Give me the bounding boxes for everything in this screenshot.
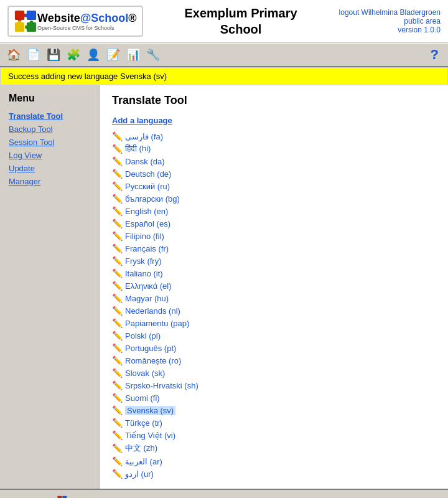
edit-language-icon[interactable]: ✏️: [112, 131, 123, 141]
sidebar-item-log-view[interactable]: Log View: [9, 151, 90, 160]
language-link[interactable]: Românește (ro): [125, 356, 181, 365]
edit-language-icon[interactable]: ✏️: [112, 169, 123, 179]
sidebar-item-backup-tool[interactable]: Backup Tool: [9, 125, 90, 134]
language-link[interactable]: हिंदी (hi): [125, 144, 151, 154]
edit-language-icon[interactable]: ✏️: [112, 368, 123, 378]
page-title: Translate Tool: [112, 94, 436, 107]
list-item: ✏️Svenska (sv): [112, 404, 436, 416]
edit-language-icon[interactable]: ✏️: [112, 194, 123, 204]
edit-language-icon[interactable]: ✏️: [112, 144, 123, 154]
language-link[interactable]: English (en): [125, 207, 168, 216]
list-item: ✏️Português (pt): [112, 342, 436, 354]
save-icon[interactable]: 💾: [45, 46, 62, 63]
language-link[interactable]: Suomi (fi): [125, 393, 160, 403]
language-link[interactable]: 中文 (zh): [125, 443, 157, 454]
edit-language-icon[interactable]: ✏️: [112, 456, 123, 466]
edit-language-icon[interactable]: ✏️: [112, 231, 123, 241]
sidebar-item-translate-tool[interactable]: Translate Tool: [9, 111, 90, 121]
edit-language-icon[interactable]: ✏️: [112, 293, 123, 303]
edit-language-icon[interactable]: ✏️: [112, 281, 123, 291]
list-item: ✏️Nederlands (nl): [112, 304, 436, 317]
language-link[interactable]: Slovak (sk): [125, 369, 165, 378]
list-item: ✏️Polski (pl): [112, 329, 436, 342]
edit-language-icon[interactable]: ✏️: [112, 181, 123, 191]
language-link[interactable]: Türkçe (tr): [125, 418, 162, 428]
list-item: ✏️Srpsko-Hrvatski (sh): [112, 379, 436, 392]
language-link[interactable]: Papiamentu (pap): [125, 319, 189, 328]
puzzle-icon[interactable]: 🧩: [65, 46, 82, 63]
language-link[interactable]: български (bg): [125, 194, 180, 204]
language-link[interactable]: Español (es): [125, 219, 170, 228]
language-link[interactable]: Português (pt): [125, 344, 176, 353]
language-link[interactable]: Svenska (sv): [125, 406, 175, 415]
logout-link[interactable]: logout Wilhelmina Bladergroen: [339, 8, 441, 17]
edit-language-icon[interactable]: ✏️: [112, 306, 123, 316]
edit-language-icon[interactable]: ✏️: [112, 268, 123, 278]
edit-icon[interactable]: 📝: [105, 46, 122, 63]
language-link[interactable]: Dansk (da): [125, 157, 165, 166]
list-item: ✏️Slovak (sk): [112, 367, 436, 379]
language-link[interactable]: Italiano (it): [125, 269, 163, 278]
list-item: ✏️हिंदी (hi): [112, 143, 436, 155]
sidebar-item-update[interactable]: Update: [9, 164, 90, 173]
edit-language-icon[interactable]: ✏️: [112, 405, 123, 415]
language-list: ✏️فارسی (fa)✏️हिंदी (hi)✏️Dansk (da)✏️De…: [112, 130, 436, 480]
edit-language-icon[interactable]: ✏️: [112, 318, 123, 328]
list-item: ✏️Filipino (fil): [112, 230, 436, 242]
language-link[interactable]: Srpsko-Hrvatski (sh): [125, 381, 198, 390]
edit-language-icon[interactable]: ✏️: [112, 256, 123, 266]
edit-language-icon[interactable]: ✏️: [112, 430, 123, 440]
list-item: ✏️Türkçe (tr): [112, 416, 436, 429]
list-item: ✏️Suomi (fi): [112, 392, 436, 404]
edit-language-icon[interactable]: ✏️: [112, 469, 123, 479]
chart-icon[interactable]: 📊: [124, 46, 142, 63]
logo-website: Website: [37, 12, 80, 24]
language-link[interactable]: Polski (pl): [125, 331, 161, 341]
tools-icon[interactable]: 🔧: [144, 46, 162, 63]
edit-language-icon[interactable]: ✏️: [112, 218, 123, 228]
toolbar: 🏠 📄 💾 🧩 👤 📝 📊 🔧 ?: [0, 43, 448, 67]
add-language-link[interactable]: Add a language: [112, 116, 436, 125]
edit-language-icon[interactable]: ✏️: [112, 331, 123, 341]
edit-language-icon[interactable]: ✏️: [112, 355, 123, 365]
list-item: ✏️Italiano (it): [112, 267, 436, 280]
list-item: ✏️العربية (ar): [112, 455, 436, 467]
language-link[interactable]: Nederlands (nl): [125, 306, 180, 316]
page-icon[interactable]: 📄: [25, 46, 42, 63]
edit-language-icon[interactable]: ✏️: [112, 393, 123, 403]
language-link[interactable]: Frysk (fry): [125, 256, 161, 266]
footer-logo: Website @School: [57, 495, 119, 498]
edit-language-icon[interactable]: ✏️: [112, 418, 123, 428]
list-item: ✏️Français (fr): [112, 242, 436, 255]
user-version: version 1.0.0: [398, 26, 441, 34]
edit-language-icon[interactable]: ✏️: [112, 380, 123, 390]
language-link[interactable]: Français (fr): [125, 244, 169, 253]
language-link[interactable]: Ελληνικά (el): [125, 281, 172, 291]
language-link[interactable]: Русский (ru): [125, 182, 170, 191]
edit-language-icon[interactable]: ✏️: [112, 156, 123, 166]
user-icon[interactable]: 👤: [85, 46, 102, 63]
user-info: logout Wilhelmina Bladergroen public are…: [339, 8, 441, 34]
edit-language-icon[interactable]: ✏️: [112, 206, 123, 216]
logo-box: Website@School® Open-Source CMS for Scho…: [7, 6, 143, 37]
logo-puzzle-icon: [14, 9, 37, 33]
home-icon[interactable]: 🏠: [5, 46, 22, 63]
sidebar: Menu Translate Tool Backup Tool Session …: [0, 85, 100, 489]
edit-language-icon[interactable]: ✏️: [112, 343, 123, 353]
logo-tagline: Open-Source CMS for Schools: [37, 25, 137, 31]
language-link[interactable]: فارسی (fa): [125, 132, 163, 141]
help-button[interactable]: ?: [426, 46, 443, 63]
sidebar-title: Menu: [9, 93, 90, 104]
language-link[interactable]: Deutsch (de): [125, 169, 171, 179]
sidebar-item-session-tool[interactable]: Session Tool: [9, 138, 90, 147]
language-link[interactable]: Magyar (hu): [125, 294, 169, 303]
language-link[interactable]: Filipino (fil): [125, 232, 164, 241]
sidebar-item-manager[interactable]: Manager: [9, 177, 90, 186]
edit-language-icon[interactable]: ✏️: [112, 243, 123, 253]
language-link[interactable]: العربية (ar): [125, 457, 162, 466]
language-link[interactable]: Tiếng Việt (vi): [125, 431, 175, 440]
edit-language-icon[interactable]: ✏️: [112, 443, 123, 453]
list-item: ✏️Românește (ro): [112, 354, 436, 367]
main-layout: Menu Translate Tool Backup Tool Session …: [0, 85, 448, 489]
language-link[interactable]: اردو (ur): [125, 469, 154, 479]
